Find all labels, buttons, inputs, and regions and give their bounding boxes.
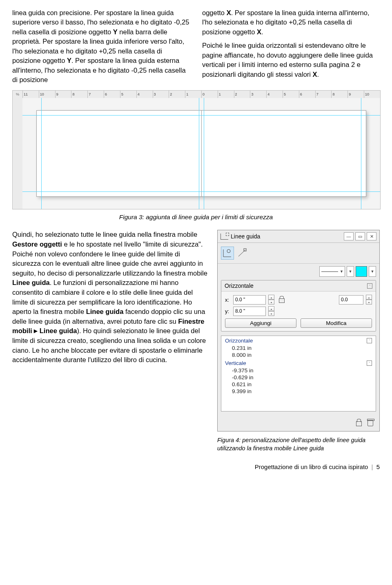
lock-xy-icon[interactable] <box>278 296 285 303</box>
bold-x2: X <box>257 28 261 36</box>
guide-vertical-outer-left[interactable] <box>41 98 42 209</box>
ruler-horizontal: 1110987654321012345678910 <box>22 91 380 98</box>
list-item[interactable]: 9.399 in <box>221 388 376 395</box>
guide-horizontal-bottom[interactable] <box>22 191 380 192</box>
figure-4-caption: Figura 4: personalizzazione dell'aspetto… <box>217 436 380 452</box>
list-item[interactable]: 0.621 in <box>221 381 376 388</box>
bold-linee1: Linee guida <box>12 279 50 286</box>
panel-footer <box>218 415 379 431</box>
angle-spin-up[interactable]: ▴ <box>366 295 372 300</box>
ruler-tick: 1 <box>218 91 234 98</box>
text: . <box>261 28 263 36</box>
section-header-label: Orizzontale <box>225 282 254 289</box>
ruler-tick: 8 <box>331 91 347 98</box>
angle-input[interactable]: 0.0 <box>339 295 363 305</box>
figure-4-container: Linee guida — ▭ ✕ ▼ ▼ ▼ <box>217 230 380 452</box>
ruler-tick: 5 <box>283 91 299 98</box>
ruler-tick: 4 <box>266 91 283 98</box>
y-input[interactable]: 8.0 " <box>233 307 266 316</box>
guide-vertical-inner-left[interactable] <box>199 98 199 209</box>
chevron-up-icon: ˆ <box>367 338 372 343</box>
list-item[interactable]: 8.000 in <box>221 351 376 358</box>
ruler-tick: 1 <box>185 91 201 98</box>
bold-x3: X <box>313 71 317 78</box>
page-number: 5 <box>376 463 380 470</box>
chevron-up-icon: ˆ <box>367 283 372 289</box>
ruler-tick: 10 <box>364 91 380 98</box>
bottom-row: Quindi, ho selezionato tutte le linee gu… <box>12 230 380 452</box>
canvas-area <box>22 98 380 209</box>
angle-spin-down[interactable]: ▾ <box>366 300 372 305</box>
ruler-tick: 3 <box>153 91 169 98</box>
line-style-arrow[interactable]: ▼ <box>347 266 354 277</box>
ruler-tick: 9 <box>347 91 364 98</box>
ruler-tick: 7 <box>315 91 332 98</box>
line-style-dropdown[interactable]: ▼ <box>319 266 345 277</box>
figure-3-ruler-workspace: % 1110987654321012345678910 <box>12 90 381 209</box>
svg-rect-4 <box>244 249 246 251</box>
panel-title: Linee guida <box>231 233 260 240</box>
ruler-tick: 10 <box>39 91 55 98</box>
x-spin-down[interactable]: ▾ <box>268 300 274 305</box>
angled-guideline-tool-icon[interactable] <box>236 247 249 260</box>
list-header-orizzontale[interactable]: Orizzontale ˆ <box>221 336 376 345</box>
list-item[interactable]: -0.629 in <box>221 374 376 381</box>
top-two-columns: linea guida con precisione. Per spostare… <box>12 8 380 85</box>
footer-text: Progettazione di un libro di cucina ispi… <box>255 463 368 470</box>
x-label: x: <box>225 297 231 303</box>
list-item[interactable]: -9.375 in <box>221 367 376 374</box>
section-header-orizzontale[interactable]: Orizzontale ˆ <box>221 280 376 291</box>
panel-header: Linee guida — ▭ ✕ <box>218 230 379 243</box>
trash-icon[interactable] <box>367 419 374 426</box>
xy-guideline-tool-icon[interactable] <box>221 247 234 260</box>
ruler-corner: % <box>13 91 23 98</box>
guide-vertical-inner-right[interactable] <box>204 98 204 209</box>
maximize-button[interactable]: ▭ <box>355 232 365 240</box>
text: oggetto <box>202 9 227 16</box>
x-spin-up[interactable]: ▴ <box>268 295 274 300</box>
bold-x1: X <box>227 9 231 16</box>
footer-separator: | <box>372 463 373 470</box>
add-button[interactable]: Aggiungi <box>225 318 296 328</box>
ruler-tick: 5 <box>120 91 136 98</box>
ruler-tick: 11 <box>22 91 39 98</box>
svg-point-2 <box>227 249 230 253</box>
minimize-button[interactable]: — <box>344 232 354 240</box>
ruler-tick: 2 <box>169 91 185 98</box>
ruler-tick: 8 <box>71 91 87 98</box>
edit-button[interactable]: Modifica <box>301 318 372 328</box>
orizzontale-section: Orizzontale ˆ x: 0.0 " ▴ ▾ 0.0 <box>221 280 376 331</box>
guide-horizontal-top[interactable] <box>22 115 380 116</box>
bottom-text-column: Quindi, ho selezionato tutte le linee gu… <box>12 230 208 365</box>
panel-toolbar <box>218 243 379 264</box>
line-color-arrow[interactable]: ▼ <box>369 266 376 277</box>
top-right-column: oggetto X. Per spostare la linea guida i… <box>202 8 380 85</box>
text: Poiché le linee guida orizzontali si est… <box>202 42 373 78</box>
menu-arrow: ▸ <box>32 327 40 334</box>
spread-center-line <box>201 111 202 196</box>
bold-y1: Y <box>113 28 118 36</box>
close-button[interactable]: ✕ <box>367 232 376 240</box>
y-spin-up[interactable]: ▴ <box>268 306 274 311</box>
ruler-tick: 7 <box>87 91 104 98</box>
bold-linee2: Linee guida <box>86 308 124 315</box>
guidelines-panel: Linee guida — ▭ ✕ ▼ ▼ ▼ <box>217 230 380 432</box>
ruler-tick: 6 <box>299 91 315 98</box>
list-header-verticale[interactable]: Verticale ˆ <box>221 358 376 367</box>
bold-gestore: Gestore oggetti <box>12 240 62 248</box>
top-left-column: linea guida con precisione. Per spostare… <box>12 8 190 85</box>
y-spin-down[interactable]: ▾ <box>268 311 274 316</box>
guidelines-list: Orizzontale ˆ 0.231 in8.000 in Verticale… <box>221 336 376 412</box>
list-item[interactable]: 0.231 in <box>221 345 376 351</box>
text: . <box>317 71 319 78</box>
ruler-tick: 3 <box>250 91 266 98</box>
line-color-swatch[interactable] <box>356 266 367 277</box>
lock-icon[interactable] <box>356 419 362 426</box>
x-input[interactable]: 0.0 " <box>233 295 266 305</box>
svg-line-3 <box>238 250 245 256</box>
list-header-label: Verticale <box>225 360 246 366</box>
guide-vertical-outer-right[interactable] <box>361 98 361 209</box>
page-spread <box>36 110 366 197</box>
style-color-row: ▼ ▼ ▼ <box>218 264 379 280</box>
page-footer: Progettazione di un libro di cucina ispi… <box>12 463 380 470</box>
